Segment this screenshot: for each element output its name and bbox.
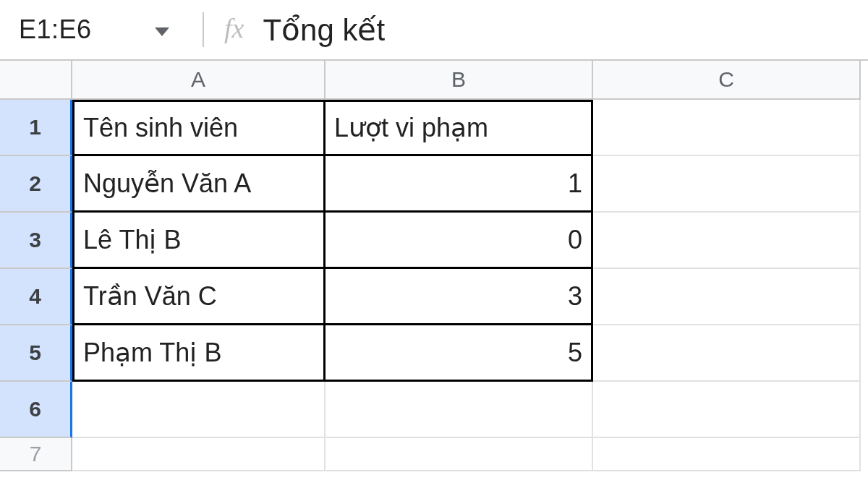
formula-input[interactable]: [261, 12, 862, 48]
cell-A4[interactable]: Trần Văn C: [72, 269, 326, 325]
cell-B4[interactable]: 3: [326, 269, 593, 325]
cell-C3[interactable]: [593, 213, 861, 269]
chevron-down-icon[interactable]: [155, 27, 169, 36]
cell-C2[interactable]: [593, 156, 861, 213]
cell-A2[interactable]: Nguyễn Văn A: [72, 156, 326, 213]
column-header-A[interactable]: A: [72, 61, 326, 100]
cell-C4[interactable]: [593, 269, 861, 325]
cell-C7[interactable]: [593, 438, 861, 471]
cell-A6[interactable]: [72, 382, 326, 438]
cell-B1[interactable]: Lượt vi phạm: [326, 100, 593, 156]
spreadsheet-grid: 1 2 3 4 5 6 7 A B C Tên sinh viên Lượt v…: [0, 61, 868, 471]
row-header-7[interactable]: 7: [0, 438, 72, 471]
table-row: Phạm Thị B 5: [72, 325, 868, 382]
grid-body: Tên sinh viên Lượt vi phạm Nguyễn Văn A …: [72, 100, 868, 471]
grid: A B C Tên sinh viên Lượt vi phạm Nguyễn …: [72, 61, 868, 471]
row-header-6[interactable]: 6: [0, 382, 72, 438]
row-header-1[interactable]: 1: [0, 100, 72, 156]
formula-bar: E1:E6 fx: [0, 0, 868, 61]
cell-B2[interactable]: 1: [326, 156, 593, 213]
row-header-3[interactable]: 3: [0, 213, 72, 269]
table-row: [72, 438, 868, 471]
cell-A5[interactable]: Phạm Thị B: [72, 325, 326, 382]
column-header-C[interactable]: C: [593, 61, 861, 100]
select-all-corner[interactable]: [0, 61, 72, 100]
table-row: Trần Văn C 3: [72, 269, 868, 325]
cell-C5[interactable]: [593, 325, 861, 382]
name-box-value: E1:E6: [19, 14, 92, 45]
table-row: Tên sinh viên Lượt vi phạm: [72, 100, 868, 156]
row-header-4[interactable]: 4: [0, 269, 72, 325]
cell-B5[interactable]: 5: [326, 325, 593, 382]
column-header-B[interactable]: B: [326, 61, 593, 100]
cell-B6[interactable]: [326, 382, 593, 438]
cell-A1[interactable]: Tên sinh viên: [72, 100, 326, 156]
cell-A3[interactable]: Lê Thị B: [72, 213, 326, 269]
cell-C6[interactable]: [593, 382, 861, 438]
cell-B7[interactable]: [326, 438, 593, 471]
row-header-5[interactable]: 5: [0, 325, 72, 382]
fx-icon: fx: [224, 12, 244, 47]
name-box[interactable]: E1:E6: [6, 8, 182, 51]
row-headers: 1 2 3 4 5 6 7: [0, 61, 72, 471]
separator: [203, 12, 204, 47]
table-row: [72, 382, 868, 438]
cell-B3[interactable]: 0: [326, 213, 593, 269]
row-header-2[interactable]: 2: [0, 156, 72, 213]
cell-A7[interactable]: [72, 438, 326, 471]
cell-C1[interactable]: [593, 100, 861, 156]
table-row: Lê Thị B 0: [72, 213, 868, 269]
table-row: Nguyễn Văn A 1: [72, 156, 868, 213]
column-headers: A B C: [72, 61, 868, 100]
